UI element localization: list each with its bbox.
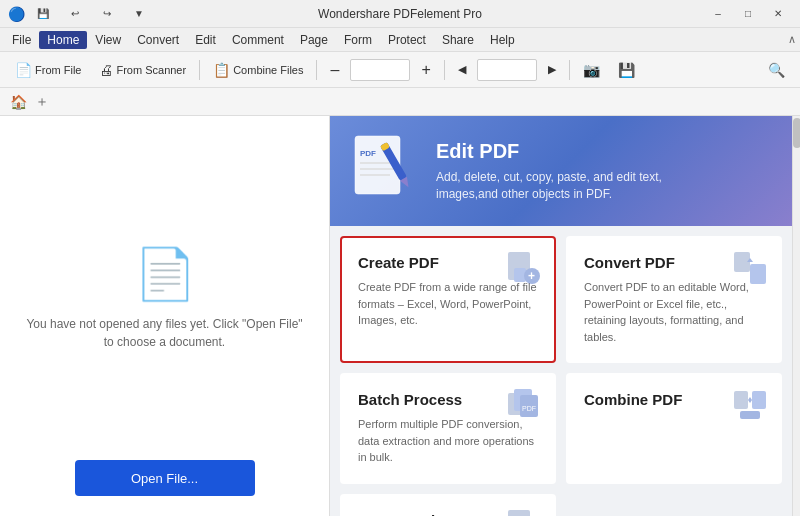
combine-icon: 📋 <box>213 62 230 78</box>
minimize-btn[interactable]: – <box>704 4 732 24</box>
save-toolbar-btn[interactable]: 💾 <box>611 58 642 82</box>
zoom-plus-btn[interactable]: + <box>414 57 437 83</box>
svg-text:PDF: PDF <box>360 149 376 158</box>
edit-pdf-content: Edit PDF Add, delete, cut, copy, paste, … <box>436 140 716 203</box>
toolbar: 📄 From File 🖨 From Scanner 📋 Combine Fil… <box>0 52 800 88</box>
menu-help[interactable]: Help <box>482 31 523 49</box>
create-pdf-icon: + <box>506 250 542 286</box>
svg-text:W: W <box>738 271 746 280</box>
cards-grid: + Create PDF Create PDF from a wide rang… <box>330 226 792 516</box>
svg-rect-22 <box>740 411 760 419</box>
scrollbar[interactable] <box>792 116 800 516</box>
menu-protect[interactable]: Protect <box>380 31 434 49</box>
app-icon[interactable]: 🔵 <box>8 6 25 22</box>
right-panel: PDF Edit PDF Add, delete, cut, copy, pas… <box>330 116 792 516</box>
menu-edit[interactable]: Edit <box>187 31 224 49</box>
menu-view[interactable]: View <box>87 31 129 49</box>
add-tab-btn[interactable]: ＋ <box>32 92 52 112</box>
collapse-btn[interactable]: ∧ <box>788 33 796 46</box>
edit-pdf-title: Edit PDF <box>436 140 716 163</box>
left-panel: 📄 You have not opened any files yet. Cli… <box>0 116 330 516</box>
menu-convert[interactable]: Convert <box>129 31 187 49</box>
menu-home[interactable]: Home <box>39 31 87 49</box>
svg-rect-14 <box>750 264 766 284</box>
zoom-input[interactable] <box>350 59 410 81</box>
from-scanner-btn[interactable]: 🖨 From Scanner <box>92 58 193 82</box>
batch-process-card[interactable]: PDF Batch Process Perform multiple PDF c… <box>340 373 556 484</box>
next-page-btn[interactable]: ▶ <box>541 59 563 80</box>
edit-pdf-banner[interactable]: PDF Edit PDF Add, delete, cut, copy, pas… <box>330 116 792 226</box>
create-pdf-card[interactable]: + Create PDF Create PDF from a wide rang… <box>340 236 556 363</box>
combine-files-btn[interactable]: 📋 Combine Files <box>206 58 310 82</box>
convert-pdf-icon: W <box>732 250 768 286</box>
toolbar-separator <box>199 60 200 80</box>
menu-file[interactable]: File <box>4 31 39 49</box>
tab-bar: 🏠 ＋ <box>0 88 800 116</box>
save-btn[interactable]: 💾 <box>29 4 57 24</box>
from-file-btn[interactable]: 📄 From File <box>8 58 88 82</box>
redo-btn[interactable]: ↪ <box>93 4 121 24</box>
main-layout: 📄 You have not opened any files yet. Cli… <box>0 116 800 516</box>
scanner-icon: 🖨 <box>99 62 113 78</box>
empty-state: 📄 You have not opened any files yet. Cli… <box>20 136 309 460</box>
menu-bar: File Home View Convert Edit Comment Page… <box>0 28 800 52</box>
batch-process-icon: PDF <box>506 387 542 423</box>
edit-pdf-desc: Add, delete, cut, copy, paste, and edit … <box>436 169 716 203</box>
pdf-banner-illustration: PDF <box>350 131 420 211</box>
menu-share[interactable]: Share <box>434 31 482 49</box>
file-icon: 📄 <box>15 62 32 78</box>
pdf-templates-icon: ☆ <box>506 508 542 517</box>
toolbar-separator-3 <box>444 60 445 80</box>
home-tab-icon[interactable]: 🏠 <box>8 92 28 112</box>
undo-btn[interactable]: ↩ <box>61 4 89 24</box>
open-file-button[interactable]: Open File... <box>75 460 255 496</box>
screenshot-btn[interactable]: 📷 <box>576 58 607 82</box>
svg-text:PDF: PDF <box>522 405 536 412</box>
window-controls: – □ ✕ <box>704 4 792 24</box>
search-btn[interactable]: 🔍 <box>761 58 792 82</box>
maximize-btn[interactable]: □ <box>734 4 762 24</box>
customize-btn[interactable]: ▼ <box>125 4 153 24</box>
menu-form[interactable]: Form <box>336 31 380 49</box>
window-title: Wondershare PDFelement Pro <box>318 7 482 21</box>
batch-process-desc: Perform multiple PDF conversion, data ex… <box>358 416 538 466</box>
menu-page[interactable]: Page <box>292 31 336 49</box>
empty-state-text: You have not opened any files yet. Click… <box>20 315 309 351</box>
title-bar: 🔵 💾 ↩ ↪ ▼ Wondershare PDFelement Pro – □… <box>0 0 800 28</box>
toolbar-separator-2 <box>316 60 317 80</box>
convert-pdf-card[interactable]: W Convert PDF Convert PDF to an editable… <box>566 236 782 363</box>
convert-pdf-desc: Convert PDF to an editable Word, PowerPo… <box>584 279 764 345</box>
title-bar-left: 🔵 💾 ↩ ↪ ▼ <box>8 4 153 24</box>
svg-rect-20 <box>734 391 748 409</box>
prev-page-btn[interactable]: ◀ <box>451 59 473 80</box>
svg-rect-23 <box>508 510 530 517</box>
zoom-minus-btn[interactable]: – <box>323 57 346 83</box>
menu-comment[interactable]: Comment <box>224 31 292 49</box>
svg-rect-21 <box>752 391 766 409</box>
svg-text:+: + <box>528 269 535 283</box>
empty-file-icon: 📄 <box>20 245 309 303</box>
close-btn[interactable]: ✕ <box>764 4 792 24</box>
create-pdf-desc: Create PDF from a wide range of file for… <box>358 279 538 329</box>
combine-pdf-icon <box>732 387 768 423</box>
combine-pdf-card[interactable]: Combine PDF <box>566 373 782 484</box>
page-input[interactable] <box>477 59 537 81</box>
pdf-templates-card[interactable]: ☆ PDF Templates <box>340 494 556 517</box>
toolbar-separator-4 <box>569 60 570 80</box>
